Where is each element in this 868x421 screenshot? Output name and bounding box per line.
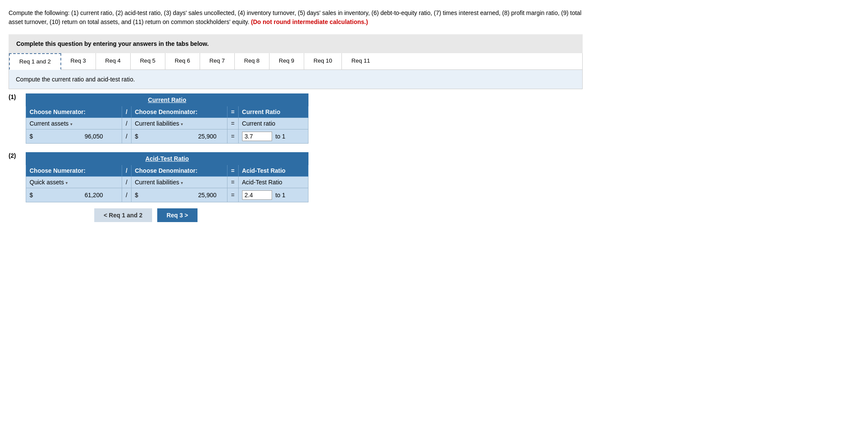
section1-denominator-label: Choose Denominator: [131,106,227,118]
section2-to1: to 1 [275,192,285,198]
section1-data-row1: Current assets ▾ / Current liabilities ▾ [26,118,308,129]
section1-header-row: Choose Numerator: / Choose Denominator: … [26,106,308,118]
section2-numerator-value[interactable]: Quick assets ▾ [26,177,122,188]
section1-result-num: 3.7 to 1 [238,129,308,144]
section2-num-cell2: $ 25,900 [131,188,227,202]
tab-req6[interactable]: Req 6 [165,53,200,69]
section1-equals-header: = [227,106,239,118]
section1-inner-table: Current Ratio Choose Numerator: / [26,93,308,144]
section1-slash2: / [122,129,131,144]
instructions-text: Compute the following: (1) current ratio… [9,9,583,27]
section2-result-label: Acid-Test Ratio [238,165,308,177]
section1-denominator-dropdown-icon: ▾ [181,122,183,126]
section2-result-num: 2.4 to 1 [238,188,308,202]
section1-to1: to 1 [275,133,285,140]
section2-slash-header: / [122,165,131,177]
section1-numerator-value[interactable]: Current assets ▾ [26,118,122,129]
section2-slash1: / [122,177,131,188]
tab-req1and2[interactable]: Req 1 and 2 [9,53,61,70]
section1-result-value: Current ratio [238,118,308,129]
prev-button[interactable]: < Req 1 and 2 [94,208,152,222]
section1-num-cell2: $ 25,900 [131,129,227,144]
section2-outer-table: (2) Acid-Test Ratio [9,152,308,202]
section1-equals1: = [227,118,239,129]
main-content: (1) Current Ratio [9,93,583,222]
tab-req11[interactable]: Req 11 [342,53,380,69]
instructions-warning: (Do not round intermediate calculations.… [251,18,368,25]
section2-numerator-label: Choose Numerator: [26,165,122,177]
tabs-row: Req 1 and 2 Req 3 Req 4 Req 5 Req 6 Req … [9,53,582,70]
section1-numerator-dropdown-icon: ▾ [70,122,72,126]
tab-req3[interactable]: Req 3 [61,53,96,69]
next-button[interactable]: Req 3 > [157,208,198,222]
tab-req8[interactable]: Req 8 [235,53,269,69]
spacer [9,144,583,150]
section1-num: (1) [9,93,26,144]
section2-title-row: Acid-Test Ratio [26,153,308,165]
section1-result-input[interactable]: 3.7 [242,132,272,141]
tab-content-text: Compute the current ratio and acid-test … [16,76,135,83]
tab-req10[interactable]: Req 10 [304,53,342,69]
tabs-container: Req 1 and 2 Req 3 Req 4 Req 5 Req 6 Req … [9,53,583,89]
tab-req9[interactable]: Req 9 [269,53,304,69]
gray-box-text: Complete this question by entering your … [16,40,209,47]
section1-title-row: Current Ratio [26,94,308,106]
tab-req7[interactable]: Req 7 [200,53,235,69]
section2-numerator-dropdown-icon: ▾ [66,180,68,185]
section2-equals2: = [227,188,239,202]
section2-equals1: = [227,177,239,188]
section1-slash-header: / [122,106,131,118]
section1-result-label: Current Ratio [238,106,308,118]
section2-num-row: $ 61,200 / $ [26,188,308,202]
section2-inner-table: Acid-Test Ratio Choose Numerator: / [26,152,308,202]
tab-req4[interactable]: Req 4 [96,53,131,69]
gray-box: Complete this question by entering your … [9,34,583,53]
nav-buttons: < Req 1 and 2 Req 3 > [9,208,583,222]
section1-title: Current Ratio [26,94,308,106]
section2-result-value: Acid-Test Ratio [238,177,308,188]
section2-title: Acid-Test Ratio [26,153,308,165]
section2-slash2: / [122,188,131,202]
section1-denominator-value[interactable]: Current liabilities ▾ [131,118,227,129]
section1-equals2: = [227,129,239,144]
tab-req5[interactable]: Req 5 [131,53,165,69]
section2-denominator-label: Choose Denominator: [131,165,227,177]
section2-equals-header: = [227,165,239,177]
section2-num: (2) [9,152,26,202]
section2-denominator-value[interactable]: Current liabilities ▾ [131,177,227,188]
section1-outer-table: (1) Current Ratio [9,93,308,144]
section2-num-cell1: $ 61,200 [26,188,122,202]
section1-slash1: / [122,118,131,129]
section2-header-row: Choose Numerator: / Choose Denominator: … [26,165,308,177]
section2-denominator-dropdown-icon: ▾ [181,180,183,185]
tab-content-area: Compute the current ratio and acid-test … [9,70,582,89]
section2-data-row1: Quick assets ▾ / Current liabilities ▾ [26,177,308,188]
section2-result-input[interactable]: 2.4 [242,190,272,200]
section1-num-row: $ 96,050 / $ [26,129,308,144]
section1-num-cell1: $ 96,050 [26,129,122,144]
section1-numerator-label: Choose Numerator: [26,106,122,118]
